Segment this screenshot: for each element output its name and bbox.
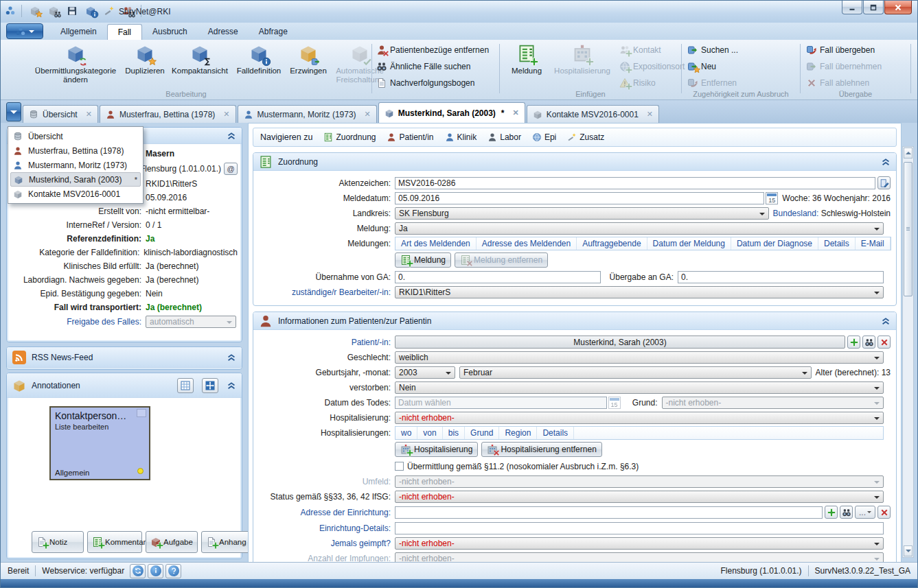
geschlecht-select[interactable]: weiblich: [395, 351, 884, 364]
maximize-button[interactable]: [863, 1, 884, 14]
uebergabe-input[interactable]: 0.: [678, 271, 884, 283]
aktenzeichen-input[interactable]: MSV2016-0286: [395, 177, 875, 189]
ausbruch-neu-button[interactable]: Neu: [687, 60, 738, 73]
menu-item-mustermann[interactable]: Mustermann, Moritz (1973): [10, 158, 141, 172]
patient-add-button[interactable]: [847, 336, 860, 349]
patient-remove-button[interactable]: [877, 336, 891, 349]
umfeld-select[interactable]: -nicht erhoben-: [395, 475, 884, 488]
uebernahme-input[interactable]: 0.: [395, 271, 601, 283]
fall-uebergeben-button[interactable]: Fall übergeben: [806, 44, 882, 56]
nav-link-patient[interactable]: Patient/in: [387, 132, 433, 142]
meldung-select[interactable]: Ja: [395, 222, 884, 235]
column-header[interactable]: wo: [395, 427, 417, 439]
menu-item-musterfrau[interactable]: Musterfrau, Bettina (1978): [10, 143, 141, 158]
hospitalisierung-einfuegen-button[interactable]: Hospitalisierung: [548, 43, 617, 77]
meldedatum-input[interactable]: 05.09.2016: [395, 192, 764, 204]
collapse-chevron-icon[interactable]: [227, 131, 236, 141]
close-tab-icon[interactable]: ✕: [647, 110, 653, 119]
nav-link-zuordnung[interactable]: Zuordnung: [323, 132, 376, 142]
tab-mustermann[interactable]: Mustermann, Moritz (1973)✕: [238, 105, 377, 123]
nav-link-zusatz[interactable]: Zusatz: [567, 132, 604, 142]
expositionsort-button[interactable]: Expositionsort: [619, 60, 685, 73]
column-header[interactable]: Region: [499, 427, 537, 439]
vertical-scrollbar[interactable]: [902, 146, 914, 558]
column-header[interactable]: Datum der Diagnose: [731, 237, 818, 250]
falldefinition-button[interactable]: Falldefinition: [231, 43, 286, 77]
hospitalisierung-hinzufuegen-button[interactable]: Hospitalisierung: [395, 442, 478, 457]
collapse-chevron-icon[interactable]: [227, 353, 236, 362]
uebermittlung-checkbox[interactable]: [395, 462, 404, 471]
duplizieren-button[interactable]: Duplizieren: [122, 43, 168, 77]
erzwingen-button[interactable]: Erzwingen: [286, 43, 330, 77]
ribbon-tab-fall[interactable]: Fall: [107, 24, 142, 40]
annotation-note-card[interactable]: Kontaktperson… Liste bearbeiten Allgemei…: [49, 406, 150, 480]
kompaktansicht-button[interactable]: Kompaktansicht: [168, 43, 231, 77]
meldung-entfernen-button[interactable]: Meldung entfernen: [455, 252, 548, 268]
tab-uebersicht[interactable]: Übersicht✕: [23, 105, 98, 123]
column-header[interactable]: Details: [818, 237, 856, 250]
new-case-button[interactable]: [27, 3, 43, 19]
open-case-button[interactable]: [46, 3, 61, 19]
geburtsmonat-select[interactable]: Februar: [459, 366, 812, 379]
fall-ablehnen-button[interactable]: Fall ablehnen: [806, 77, 882, 89]
patient-name-field[interactable]: Musterkind, Sarah (2003): [395, 336, 845, 349]
column-header[interactable]: Datum der Meldung: [647, 237, 731, 250]
column-header[interactable]: Grund: [465, 427, 499, 439]
geimpft-select[interactable]: -nicht erhoben-: [395, 537, 884, 550]
adresse-add-button[interactable]: [825, 506, 838, 519]
ausbruch-suchen-button[interactable]: Suchen ...: [687, 44, 738, 56]
aehnliche-faelle-suchen-button[interactable]: Ähnliche Fälle suchen: [376, 60, 497, 73]
column-header[interactable]: Art des Meldenden: [395, 237, 477, 250]
help-button[interactable]: [165, 564, 181, 578]
calendar-icon[interactable]: 15: [608, 397, 621, 409]
patientenbezuege-entfernen-button[interactable]: Patientenbezüge entfernen: [376, 44, 497, 56]
close-tab-icon[interactable]: ✕: [223, 110, 229, 119]
tab-kontakte[interactable]: Kontakte MSV2016-0001✕: [527, 105, 659, 123]
landkreis-select[interactable]: SK Flensburg: [395, 207, 769, 220]
aufgabe-button[interactable]: Aufgabe: [146, 531, 198, 553]
bearbeiter-select[interactable]: RKID1\RitterS: [395, 286, 884, 298]
webservice-refresh-button[interactable]: [130, 564, 146, 578]
collapse-chevron-icon[interactable]: [881, 316, 891, 326]
adresse-search-button[interactable]: [840, 506, 853, 519]
column-header[interactable]: von: [417, 427, 442, 439]
menu-item-musterkind[interactable]: Musterkind, Sarah (2003) *: [10, 172, 141, 187]
kommentar-button[interactable]: Kommentar: [87, 531, 142, 553]
ribbon-tab-adresse[interactable]: Adresse: [198, 24, 249, 40]
calendar-icon[interactable]: 15: [766, 192, 778, 204]
info-button[interactable]: [148, 564, 163, 578]
case-info-button[interactable]: [83, 3, 98, 19]
ribbon-tab-abfrage[interactable]: Abfrage: [249, 24, 298, 40]
application-menu-button[interactable]: [6, 23, 43, 39]
status-ifsg-select[interactable]: -nicht erhoben-: [395, 491, 884, 503]
minimize-button[interactable]: [842, 1, 862, 14]
email-at-button[interactable]: @: [224, 163, 238, 175]
geburtsjahr-select[interactable]: 2003: [395, 366, 455, 379]
scrollbar-thumb[interactable]: [904, 162, 913, 296]
close-tab-icon[interactable]: ✕: [513, 108, 519, 117]
kontakt-button[interactable]: Kontakt: [619, 44, 685, 56]
notiz-button[interactable]: Notiz: [32, 531, 84, 553]
meldung-einfuegen-button[interactable]: Meldung: [505, 43, 548, 77]
column-header[interactable]: Details: [537, 427, 574, 439]
adresse-remove-button[interactable]: [877, 506, 891, 519]
column-header[interactable]: Auftraggebende: [577, 237, 647, 250]
ausbruch-entfernen-button[interactable]: Entfernen: [687, 77, 738, 89]
nav-link-klinik[interactable]: Klinik: [445, 132, 477, 142]
tab-list-dropdown-button[interactable]: [6, 102, 21, 121]
scroll-down-button[interactable]: [904, 545, 913, 556]
ribbon-tab-ausbruch[interactable]: Ausbruch: [142, 24, 198, 40]
uebermittlungskategorie-aendern-button[interactable]: Übermittlungskategorie ändern: [30, 43, 122, 86]
collapse-chevron-icon[interactable]: [227, 381, 236, 390]
nav-link-labor[interactable]: Labor: [487, 132, 521, 142]
nav-link-epi[interactable]: Epi: [532, 132, 556, 142]
close-tab-icon[interactable]: ✕: [365, 110, 371, 119]
adresse-more-button[interactable]: ...: [855, 506, 875, 519]
anhang-button[interactable]: Anhang: [201, 531, 253, 553]
collapse-chevron-icon[interactable]: [881, 157, 891, 167]
tab-musterkind[interactable]: Musterkind, Sarah (2003)* ✕: [378, 102, 525, 123]
menu-item-kontakte[interactable]: Kontakte MSV2016-0001: [10, 187, 141, 201]
risiko-button[interactable]: Risiko: [619, 77, 685, 89]
verstorben-select[interactable]: Nein: [395, 381, 884, 394]
close-tab-icon[interactable]: ✕: [86, 110, 92, 119]
